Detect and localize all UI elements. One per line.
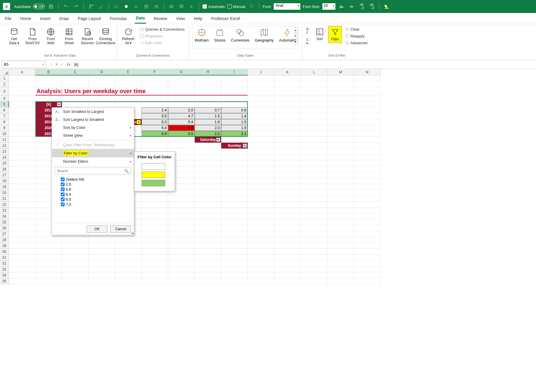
cell[interactable] (327, 207, 354, 213)
row-header[interactable]: 8 (0, 119, 9, 125)
cell[interactable] (274, 231, 301, 237)
cell[interactable] (9, 261, 35, 266)
cell[interactable] (327, 249, 354, 255)
cell[interactable] (327, 243, 354, 249)
cell[interactable] (301, 243, 327, 249)
cell[interactable] (88, 272, 115, 278)
row-header[interactable]: 28 (0, 237, 9, 243)
cell[interactable] (354, 101, 381, 107)
cell[interactable] (248, 95, 274, 101)
formula-input[interactable]: [k] (72, 61, 536, 68)
cell[interactable] (35, 237, 62, 243)
row-header[interactable]: 3 (0, 87, 9, 95)
filter-by-color-menuitem[interactable]: Filter by Color▸ (52, 149, 134, 157)
cell[interactable] (221, 178, 248, 184)
cell[interactable] (35, 266, 62, 272)
cell[interactable] (274, 131, 301, 137)
cell[interactable] (195, 278, 221, 284)
column-header[interactable]: I (221, 69, 248, 75)
cell[interactable] (221, 172, 248, 178)
sort-button[interactable]: Sort (313, 26, 327, 42)
row-header[interactable]: 34 (0, 272, 9, 278)
cell[interactable] (248, 137, 274, 143)
cell[interactable]: 4.7 (168, 113, 195, 119)
cell[interactable] (221, 75, 248, 81)
cell[interactable] (248, 131, 274, 137)
cell[interactable] (221, 202, 248, 207)
sort-desc-menuitem[interactable]: Z↓Sort Largest to Smallest (52, 116, 134, 123)
cell[interactable] (195, 196, 221, 202)
cell[interactable] (88, 243, 115, 249)
cell[interactable] (248, 213, 274, 219)
cell[interactable] (301, 125, 327, 131)
cell[interactable] (327, 107, 354, 113)
cell[interactable] (248, 266, 274, 272)
calc-manual-checkbox[interactable]: Manual (227, 4, 245, 9)
cell[interactable] (9, 131, 35, 137)
cell[interactable] (274, 101, 301, 107)
row-header[interactable]: 18 (0, 178, 9, 184)
row-header[interactable]: 17 (0, 172, 9, 178)
filter-value-item[interactable]: 7.0 (61, 202, 131, 207)
cell[interactable] (9, 249, 35, 255)
cell[interactable] (195, 178, 221, 184)
brush-icon[interactable] (97, 3, 105, 10)
cell[interactable] (88, 255, 115, 261)
cell[interactable] (274, 196, 301, 202)
column-header[interactable]: H (195, 69, 221, 75)
cell[interactable] (62, 237, 88, 243)
cell[interactable]: 1.5 (221, 119, 248, 125)
cell[interactable] (274, 166, 301, 172)
queries-connections-button[interactable]: Queries & Connections (138, 27, 186, 32)
cell[interactable] (168, 101, 195, 107)
sort-desc-button[interactable]: Z↓A (305, 37, 311, 45)
cell[interactable] (142, 278, 168, 284)
cell[interactable] (88, 95, 115, 101)
cell[interactable] (142, 213, 168, 219)
row-header[interactable]: 35 (0, 278, 9, 284)
cell[interactable] (248, 219, 274, 225)
cell[interactable] (354, 225, 381, 231)
column-header[interactable]: E (115, 69, 142, 75)
cell[interactable] (195, 95, 221, 101)
cell[interactable] (115, 101, 142, 107)
cell[interactable] (195, 81, 221, 87)
cell[interactable] (142, 261, 168, 266)
cell[interactable] (301, 131, 327, 137)
autosave-toggle[interactable]: Off (33, 4, 45, 9)
cell[interactable] (115, 95, 142, 101)
row-header[interactable]: 26 (0, 225, 9, 231)
cell[interactable] (274, 219, 301, 225)
filter-values-list[interactable]: (Select All) 2.5 5.6 6.4 6.5 7.0 (52, 176, 134, 223)
cell[interactable] (9, 143, 35, 149)
cell[interactable] (221, 249, 248, 255)
cell[interactable] (274, 81, 301, 87)
cell[interactable] (248, 154, 274, 160)
cell[interactable]: [k]▼ (35, 101, 62, 107)
cell[interactable] (327, 75, 354, 81)
cell[interactable] (195, 149, 221, 154)
cell[interactable] (195, 266, 221, 272)
cell[interactable] (301, 95, 327, 101)
cell[interactable] (195, 160, 221, 166)
column-header[interactable]: K (274, 69, 301, 75)
cell[interactable] (195, 75, 221, 81)
cell[interactable] (115, 237, 142, 243)
cell[interactable] (9, 190, 35, 196)
cell[interactable] (88, 75, 115, 81)
cell[interactable] (142, 81, 168, 87)
cell[interactable] (195, 166, 221, 172)
cell[interactable] (88, 249, 115, 255)
cell[interactable] (35, 249, 62, 255)
cell[interactable] (115, 255, 142, 261)
cell[interactable] (248, 178, 274, 184)
record-icon[interactable] (122, 3, 130, 10)
cell[interactable] (168, 225, 195, 231)
tab-help[interactable]: Help (193, 14, 204, 23)
column-header[interactable]: F (142, 69, 168, 75)
cell[interactable] (248, 261, 274, 266)
cell[interactable] (221, 184, 248, 190)
cell[interactable] (221, 95, 248, 101)
cell[interactable] (9, 196, 35, 202)
cell[interactable] (274, 213, 301, 219)
